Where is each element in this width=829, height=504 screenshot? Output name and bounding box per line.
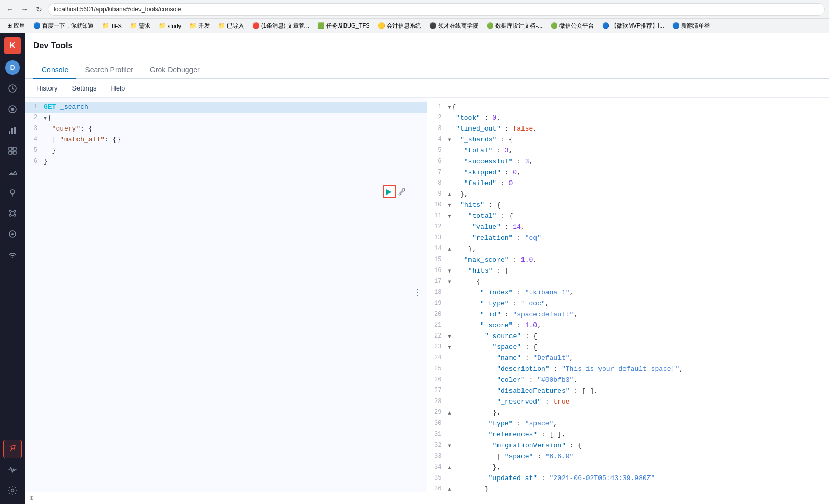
out-line-17: 17 ▼ { (427, 277, 830, 288)
bookmark-db[interactable]: 🟢 数据库设计文档-... (483, 21, 545, 31)
out-line-18: 18 "_index" : ".kibana_1", (427, 288, 830, 299)
out-line-24: 24 "name" : "Default", (427, 353, 830, 364)
out-line-33: 33 | "space" : "6.6.0" (427, 451, 830, 462)
svg-point-10 (9, 210, 11, 212)
out-line-11: 11 ▼ "total" : { (427, 211, 830, 222)
toolbar: History Settings Help (25, 79, 829, 98)
out-line-32: 32 ▼ "migrationVersion" : { (427, 441, 830, 451)
tab-search-profiler[interactable]: Search Profiler (76, 61, 142, 79)
sidebar-icon-discover[interactable] (3, 100, 22, 119)
out-line-9: 9 ▲ }, (427, 189, 830, 200)
bookmark-wechat[interactable]: 🟢 微信公众平台 (547, 21, 597, 31)
input-line-5: 5 } (25, 146, 427, 157)
output-code[interactable]: 1 ▼{ 2 "took" : 0, 3 "timed_out" : false… (427, 98, 830, 492)
tabs-bar: Console Search Profiler Grok Debugger (25, 58, 829, 79)
svg-rect-2 (9, 131, 10, 134)
run-button-area: ▶ (383, 185, 408, 198)
out-line-26: 26 "color" : "#00bfb3", (427, 375, 830, 386)
output-panel: 1 ▼{ 2 "took" : 0, 3 "timed_out" : false… (427, 98, 830, 492)
out-line-3: 3 "timed_out" : false, (427, 124, 830, 135)
sidebar-icon-settings[interactable] (3, 481, 22, 500)
sidebar: K D (0, 33, 25, 504)
browser-bar: ← → ↻ localhost:5601/app/kibana#/dev_too… (0, 0, 829, 19)
bottom-bar: ⊕ (25, 492, 829, 504)
svg-point-17 (11, 489, 14, 492)
sidebar-icon-maps[interactable] (3, 183, 22, 202)
bottom-status: ⊕ (29, 495, 34, 501)
settings-button[interactable]: Settings (67, 82, 101, 94)
history-button[interactable]: History (31, 82, 62, 94)
svg-point-12 (9, 214, 11, 216)
bookmark-baidu[interactable]: 🔵 百度一下，你就知道 (30, 21, 97, 31)
svg-rect-8 (13, 151, 16, 154)
svg-rect-3 (11, 128, 13, 134)
svg-rect-7 (9, 151, 12, 154)
out-line-1: 1 ▼{ (427, 102, 830, 113)
back-button[interactable]: ← (4, 4, 16, 15)
out-line-10: 10 ▼ "hits" : { (427, 200, 830, 211)
bookmark-tfs[interactable]: 📁 TFS (99, 21, 125, 30)
bookmark-tfs2[interactable]: 🟩 任务及BUG_TFS (314, 21, 373, 31)
editor-area: 1 GET _search 2 ▼{ 3 "query": { 4 | "mat… (25, 98, 829, 492)
out-line-31: 31 "references" : [ ], (427, 430, 830, 441)
out-line-12: 12 "value" : 14, (427, 222, 830, 233)
code-editor[interactable]: 1 GET _search 2 ▼{ 3 "query": { 4 | "mat… (25, 98, 427, 492)
input-line-6: 6 } (25, 157, 427, 167)
app-header: Dev Tools (25, 33, 829, 58)
sidebar-icon-time[interactable] (3, 79, 22, 98)
bookmark-accounting[interactable]: 🟡 会计信息系统 (375, 21, 424, 31)
out-line-20: 20 "_id" : "space:default", (427, 309, 830, 320)
out-line-28: 28 "_reserved" : true (427, 397, 830, 408)
bookmark-study[interactable]: 📁 study (156, 21, 184, 30)
refresh-button[interactable]: ↻ (33, 4, 45, 15)
svg-point-16 (12, 257, 13, 258)
input-line-2: 2 ▼{ (25, 113, 427, 124)
sidebar-icon-uptime[interactable] (3, 245, 22, 264)
out-line-7: 7 "skipped" : 0, (427, 167, 830, 178)
bookmark-ms[interactable]: 🔵 【微软MVP推荐】I... (599, 21, 667, 31)
bookmark-talent[interactable]: ⚫ 领才在线商学院 (426, 21, 481, 31)
avatar[interactable]: D (5, 60, 20, 75)
sidebar-icon-apm[interactable] (3, 225, 22, 243)
sidebar-icon-devtools[interactable] (3, 440, 22, 458)
out-line-29: 29 ▲ }, (427, 408, 830, 419)
out-line-36: 36 ▲ } (427, 484, 830, 492)
out-line-27: 27 "disabledFeatures" : [ ], (427, 386, 830, 397)
out-line-21: 21 "_score" : 1.0, (427, 320, 830, 331)
out-line-25: 25 "description" : "This is your default… (427, 364, 830, 375)
svg-rect-4 (14, 127, 16, 134)
out-line-30: 30 "type" : "space", (427, 419, 830, 430)
forward-button[interactable]: → (19, 4, 30, 15)
help-button[interactable]: Help (106, 82, 130, 94)
bookmark-bar: ⊞ 应用 🔵 百度一下，你就知道 📁 TFS 📁 需求 📁 study 📁 开发… (0, 19, 829, 33)
more-options-icon[interactable]: ⋮ (413, 287, 423, 298)
svg-point-15 (11, 233, 14, 235)
sidebar-icon-ml[interactable] (3, 204, 22, 223)
out-line-23: 23 ▼ "space" : { (427, 342, 830, 353)
run-button[interactable]: ▶ (383, 185, 396, 198)
out-line-35: 35 "updated_at" : "2021-06-02T05:43:39.9… (427, 473, 830, 484)
input-panel: 1 GET _search 2 ▼{ 3 "query": { 4 | "mat… (25, 98, 427, 492)
out-line-14: 14 ▲ }, (427, 244, 830, 255)
out-line-6: 6 "successful" : 3, (427, 157, 830, 167)
url-bar[interactable]: localhost:5601/app/kibana#/dev_tools/con… (48, 3, 825, 16)
sidebar-icon-visualize[interactable] (3, 121, 22, 139)
sidebar-icon-dashboard[interactable] (3, 141, 22, 160)
out-line-13: 13 "relation" : "eq" (427, 233, 830, 244)
bookmark-notes[interactable]: 🔵 新翻清单举 (669, 21, 713, 31)
bookmark-demand[interactable]: 📁 需求 (127, 21, 154, 31)
wrench-button[interactable] (396, 185, 408, 198)
input-line-4: 4 | "match_all": {} (25, 135, 427, 146)
tab-grok-debugger[interactable]: Grok Debugger (142, 61, 208, 79)
bookmark-dev[interactable]: 📁 开发 (186, 21, 213, 31)
svg-point-11 (14, 210, 16, 212)
out-line-5: 5 "total" : 3, (427, 146, 830, 157)
sidebar-icon-monitoring[interactable] (3, 460, 22, 479)
tab-console[interactable]: Console (33, 61, 76, 79)
bookmark-article[interactable]: 🔴 (1条消息) 文章管... (249, 21, 312, 31)
bookmark-apps[interactable]: ⊞ 应用 (4, 21, 28, 31)
sidebar-icon-canvas[interactable] (3, 162, 22, 181)
bookmark-imported[interactable]: 📁 已导入 (215, 21, 247, 31)
out-line-2: 2 "took" : 0, (427, 113, 830, 124)
out-line-4: 4 ▼ "_shards" : { (427, 135, 830, 146)
